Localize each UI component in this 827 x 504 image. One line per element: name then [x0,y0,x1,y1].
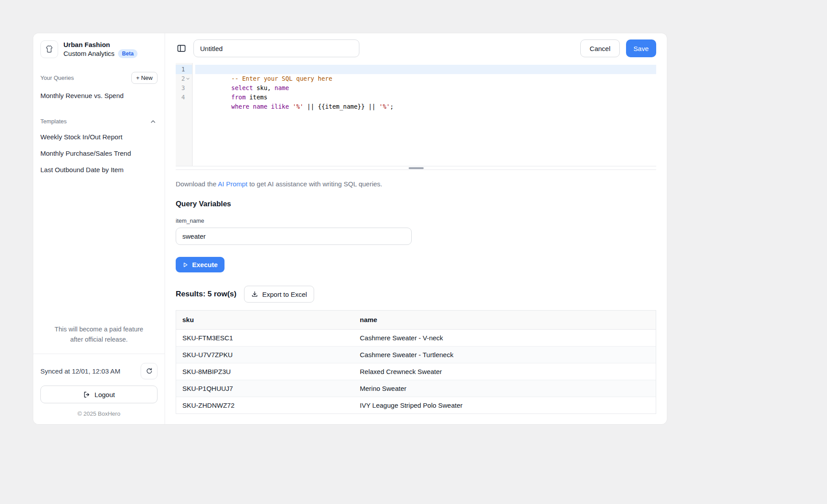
download-icon [251,291,258,298]
sql-token [268,103,271,110]
execute-button[interactable]: Execute [176,257,224,272]
template-item[interactable]: Monthly Purchase/Sales Trend [40,145,158,161]
sql-keyword-token: name [275,84,289,91]
sidebar: Urban Fashion Custom Analytics Beta Your… [33,33,165,424]
cancel-button[interactable]: Cancel [580,39,620,57]
export-excel-label: Export to Excel [262,291,307,298]
results-summary: Results: 5 row(s) [176,290,236,299]
table-cell-sku: SKU-P1QHUUJ7 [176,380,354,397]
main-panel: Cancel Save 1 2 [165,33,667,424]
gutter-cell: 1 [176,65,192,74]
paid-feature-notice: This will become a paid feature after of… [40,324,158,345]
sidebar-divider [33,354,165,354]
workspace-logo [40,40,58,58]
new-query-button[interactable]: + New [131,72,158,84]
queries-section-label: Your Queries [40,75,74,81]
table-row: SKU-U7V7ZPKU Cashmere Sweater - Turtlene… [176,346,656,363]
table-cell-name: Relaxed Crewneck Sweater [354,363,656,380]
query-title-input[interactable] [193,39,359,57]
editor-code-area[interactable]: -- Enter your SQL query here select sku,… [193,63,656,166]
gutter-cell: 2 [176,74,192,83]
column-header-sku: sku [176,311,354,329]
logout-icon [83,391,91,398]
sql-keyword-token: name [253,103,268,110]
workspace-titles: Urban Fashion Custom Analytics Beta [63,40,138,59]
template-item[interactable]: Last Outbound Date by Item [40,161,158,178]
table-row: SKU-P1QHUUJ7 Merino Sweater [176,380,656,397]
sync-status-row: Synced at 12/01, 12:03 AM [40,363,158,379]
templates-section-header: Templates [40,117,158,126]
sql-comment-token: -- Enter your SQL query here [231,75,332,82]
variable-input[interactable] [176,228,412,245]
sql-string-token: '%' [293,103,303,110]
sql-keyword-token: ilike [271,103,289,110]
execute-label: Execute [192,261,218,268]
queries-section-header: Your Queries + New [40,72,158,84]
paid-feature-notice-line1: This will become a paid feature [55,326,143,333]
workspace-name: Urban Fashion [63,40,138,49]
table-row: SKU-ZHDNWZ72 IVY Leaguge Striped Polo Sw… [176,397,656,413]
table-cell-sku: SKU-U7V7ZPKU [176,346,354,363]
table-cell-sku: SKU-FTM3ESC1 [176,329,354,346]
table-cell-name: IVY Leaguge Striped Polo Sweater [354,397,656,413]
sql-token: sku, [253,84,275,91]
app-window: Urban Fashion Custom Analytics Beta Your… [33,33,667,424]
templates-list: Weekly Stock In/Out Report Monthly Purch… [40,129,158,178]
copyright: © 2025 BoxHero [40,410,158,417]
templates-collapse-button[interactable] [149,117,158,126]
sql-token [249,103,253,110]
table-cell-sku: SKU-ZHDNWZ72 [176,397,354,413]
table-cell-name: Merino Sweater [354,380,656,397]
fold-chevron-down-icon[interactable] [185,76,190,81]
sql-token: items [246,94,268,101]
column-header-name: name [354,311,656,329]
play-icon [182,262,189,268]
ai-prompt-text: Download the AI Prompt to get AI assista… [176,180,656,188]
panel-toggle-icon [177,43,186,53]
line-number: 4 [181,93,185,102]
logout-label: Logout [95,391,115,398]
sql-editor[interactable]: 1 2 3 [176,63,656,166]
ai-prompt-prefix: Download the [176,180,218,188]
editor-resize-handle[interactable] [176,166,656,170]
logout-button[interactable]: Logout [40,386,158,403]
results-header: Results: 5 row(s) Export to Excel [176,286,656,303]
beta-badge: Beta [118,49,138,58]
table-cell-sku: SKU-8MBIPZ3U [176,363,354,380]
sql-keyword-token: where [231,103,249,110]
sql-token: || {{item_name}} || [303,103,379,110]
sql-string-token: '%' [379,103,390,110]
sidebar-toggle-button[interactable] [176,43,187,54]
line-number: 1 [181,65,185,74]
line-number: 2 [181,74,185,83]
templates-section-label: Templates [40,118,67,125]
editor-gutter: 1 2 3 [176,63,193,166]
save-button[interactable]: Save [626,39,656,57]
ai-prompt-suffix: to get AI assistance with writing SQL qu… [248,180,382,188]
export-excel-button[interactable]: Export to Excel [244,286,314,303]
synced-status: Synced at 12/01, 12:03 AM [40,367,120,375]
paid-feature-notice-line2: after official release. [70,336,128,343]
shirt-icon [44,44,55,55]
table-cell-name: Cashmere Sweater - V-neck [354,329,656,346]
table-cell-name: Cashmere Sweater - Turtleneck [354,346,656,363]
query-item[interactable]: Monthly Revenue vs. Spend [40,87,158,104]
code-line[interactable]: -- Enter your SQL query here [195,65,656,74]
line-number: 3 [181,83,185,93]
sql-token: ; [390,103,394,110]
template-item[interactable]: Weekly Stock In/Out Report [40,129,158,145]
sql-keyword-token: from [231,94,246,101]
ai-prompt-link[interactable]: AI Prompt [218,180,248,188]
chevron-up-icon [150,118,157,125]
sql-keyword-token: select [231,84,253,91]
app-name: Custom Analytics [63,49,114,58]
workspace-header: Urban Fashion Custom Analytics Beta [40,40,158,59]
editor-toolbar: Cancel Save [176,39,656,57]
query-variables-heading: Query Variables [176,200,656,208]
gutter-cell: 3 [176,83,192,93]
gutter-cell: 4 [176,93,192,102]
table-row: SKU-8MBIPZ3U Relaxed Crewneck Sweater [176,363,656,380]
resize-grip [409,167,424,169]
variable-label: item_name [176,217,656,224]
refresh-button[interactable] [141,363,158,379]
